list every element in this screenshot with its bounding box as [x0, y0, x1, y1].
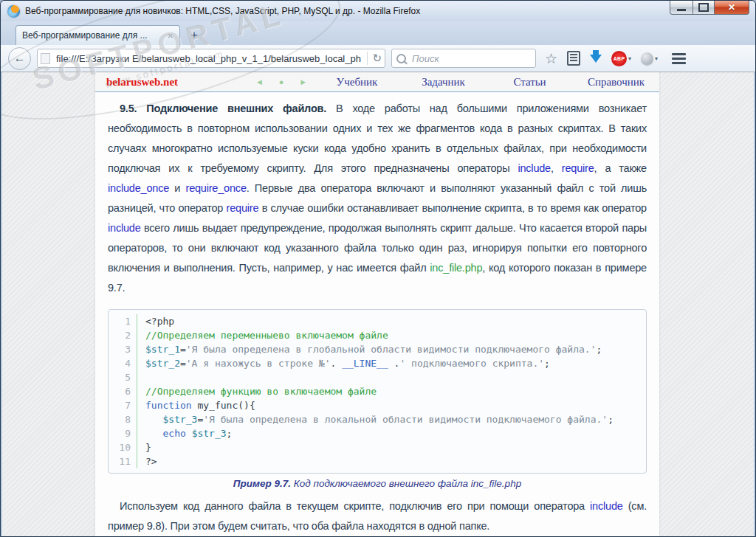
line-number: 8	[109, 412, 137, 426]
inline-link-include[interactable]: include	[590, 500, 623, 512]
search-input[interactable]	[410, 52, 545, 65]
text-segment: , а также	[594, 162, 647, 174]
text-segment: ,	[551, 162, 562, 174]
maximize-icon	[698, 3, 709, 12]
window-controls: ✕	[670, 1, 749, 15]
code-text: }	[137, 440, 151, 454]
close-button[interactable]: ✕	[715, 1, 749, 15]
close-icon: ✕	[728, 2, 735, 13]
code-line: 6//Определяем функцию во включаемом файл…	[109, 384, 646, 398]
code-line: 8 $str_3='Я была определена в локальной …	[109, 412, 646, 426]
nav-item-problems[interactable]: Задачник	[400, 76, 487, 89]
extension-orb-icon	[641, 52, 653, 65]
extension-button[interactable]: ▾	[641, 52, 658, 65]
line-number: 1	[109, 314, 137, 328]
code-text: echo $str_3;	[137, 426, 232, 440]
site-brand[interactable]: belarusweb.net	[106, 76, 178, 89]
code-line: 3$str_1='Я была определена в глобальной …	[109, 342, 646, 356]
navigation-toolbar: ← ↻ ☆ ABP ▾ ▾	[1, 45, 755, 72]
code-text: <?php	[137, 314, 174, 328]
adblock-button[interactable]: ABP ▾	[611, 51, 631, 66]
page-viewport: belarusweb.net ◄ ● ► Учебник Задачник Ст…	[2, 72, 754, 536]
code-line: 5	[109, 370, 646, 384]
maximize-button[interactable]	[693, 1, 715, 15]
code-line: 4$str_2='А я нахожусь в строке №'. __LIN…	[109, 356, 646, 370]
inline-link-include[interactable]: include	[518, 162, 551, 174]
inline-link-include[interactable]: include	[108, 222, 141, 234]
text-segment: Используем код данного файла в текущем с…	[120, 500, 590, 512]
line-number: 2	[109, 328, 137, 342]
line-number: 4	[109, 356, 137, 370]
code-text	[137, 370, 151, 384]
toolbar-icons: ☆ ABP ▾ ▾	[545, 50, 686, 67]
search-icon	[396, 54, 406, 63]
page-icon	[41, 53, 50, 64]
title-bar[interactable]: Веб-программирование для новичков: HTML,…	[1, 1, 755, 21]
window-title: Веб-программирование для новичков: HTML,…	[25, 6, 420, 16]
line-number: 5	[109, 370, 137, 384]
line-number: 6	[109, 384, 137, 398]
caption-text: Код подключаемого внешнего файла inc_fil…	[291, 478, 521, 489]
back-arrow-icon: ←	[14, 52, 26, 65]
page-content-column: belarusweb.net ◄ ● ► Учебник Задачник Ст…	[95, 72, 659, 536]
inline-link-inc-file[interactable]: inc_file.php	[430, 262, 482, 274]
firefox-icon	[7, 5, 20, 18]
code-line: 11?>	[109, 454, 646, 468]
search-bar[interactable]	[391, 49, 536, 68]
tab-label: Веб-программирование для ...	[22, 30, 163, 41]
line-number: 10	[109, 440, 137, 454]
code-text: $str_1='Я была определена в глобальной о…	[137, 342, 602, 356]
inline-link-require[interactable]: require	[562, 162, 594, 174]
caption-label: Пример 9.7.	[233, 478, 291, 489]
chevron-down-icon: ▾	[628, 55, 631, 62]
inline-link-require-once[interactable]: require_once	[186, 182, 247, 194]
browser-window: Веб-программирование для новичков: HTML,…	[0, 0, 756, 537]
bookmark-star-icon[interactable]: ☆	[545, 50, 557, 67]
tab-strip: Веб-программирование для ... ✕ +	[1, 21, 755, 45]
bookmarks-menu-icon[interactable]	[567, 51, 580, 66]
minimize-icon	[677, 9, 686, 11]
code-caption: Пример 9.7. Код подключаемого внешнего ф…	[108, 478, 647, 489]
menu-button[interactable]	[672, 53, 686, 64]
code-line: 10}	[109, 440, 646, 454]
code-line: 7function my_func(){	[109, 398, 646, 412]
code-text: //Определяем функцию во включаемом файле	[137, 384, 377, 398]
line-number: 7	[109, 398, 137, 412]
code-text: $str_2='А я нахожусь в строке №'. __LINE…	[137, 356, 550, 370]
code-line: 2//Определяем переменныево включаемом фа…	[109, 328, 646, 342]
downloads-icon[interactable]	[590, 55, 602, 63]
inline-link-include-once[interactable]: include_once	[108, 182, 169, 194]
tab-close-icon[interactable]: ✕	[168, 32, 173, 40]
chevron-down-icon: ▾	[655, 55, 658, 62]
article-content: 9.5. Подключение внешних файлов. В ходе …	[95, 99, 659, 536]
minimize-button[interactable]	[670, 1, 693, 15]
new-tab-button[interactable]: +	[186, 28, 202, 43]
paragraph-2: Используем код данного файла в текущем с…	[108, 496, 647, 536]
text-segment: в случае ошибки останавливает выполнение…	[258, 202, 647, 214]
code-line: 9 echo $str_3;	[109, 426, 646, 440]
site-navigation: belarusweb.net ◄ ● ► Учебник Задачник Ст…	[95, 72, 659, 92]
tab-active[interactable]: Веб-программирование для ... ✕	[16, 25, 180, 45]
nav-item-textbook[interactable]: Учебник	[314, 76, 400, 89]
code-text: $str_3='Я была определена в локальной об…	[137, 412, 614, 426]
nav-item-articles[interactable]: Статьи	[487, 76, 573, 89]
back-button[interactable]: ←	[8, 47, 31, 70]
nav-pager-arrows-icon[interactable]: ◄ ● ►	[255, 77, 314, 86]
nav-item-reference[interactable]: Справочник	[573, 76, 659, 89]
line-number: 3	[109, 342, 137, 356]
adblock-icon: ABP	[611, 51, 627, 66]
code-example-9-7: 1<?php2//Определяем переменныево включае…	[108, 309, 647, 474]
code-line: 1<?php	[109, 314, 646, 328]
line-number: 11	[109, 454, 137, 468]
url-input[interactable]	[55, 52, 362, 65]
code-text: //Определяем переменныево включаемом фай…	[137, 328, 388, 342]
reload-icon[interactable]: ↻	[367, 52, 382, 65]
inline-link-require[interactable]: require	[227, 202, 259, 214]
section-heading: 9.5. Подключение внешних файлов.	[120, 103, 326, 114]
code-text: function my_func(){	[137, 398, 255, 412]
code-text: ?>	[137, 454, 157, 468]
paragraph-1: 9.5. Подключение внешних файлов. В ходе …	[108, 99, 647, 298]
text-segment: и	[169, 182, 185, 194]
line-number: 9	[109, 426, 137, 440]
address-bar[interactable]: ↻	[37, 49, 385, 68]
